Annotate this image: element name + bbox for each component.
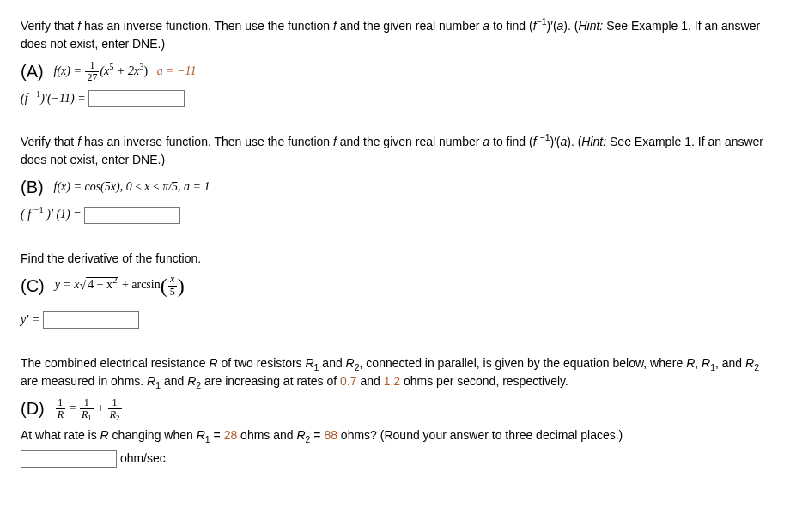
problem-b: Verify that f has an inverse function. T… — [21, 133, 769, 223]
problem-d-answer-row: ohm/sec — [21, 450, 769, 468]
problem-c-function: (C) y = x√4 − x2 + arcsin(x5) — [21, 273, 769, 299]
label-b: (B) — [21, 174, 44, 200]
problem-b-answer-row: ( f −1 )′ (1) = — [21, 205, 769, 223]
answer-input-b[interactable] — [84, 207, 180, 224]
problem-a-function: (A) f(x) = 127(x5 + 2x3) a = −11 — [21, 58, 769, 84]
answer-input-a[interactable] — [88, 90, 185, 107]
problem-d: The combined electrical resistance R of … — [21, 354, 769, 468]
problem-c: Find the derivative of the function. (C)… — [21, 250, 769, 329]
problem-a-answer-row: (f −1)′(−11) = — [21, 89, 769, 107]
problem-d-question: At what rate is R changing when R1 = 28 … — [21, 426, 769, 444]
answer-input-d[interactable] — [21, 450, 117, 468]
problem-c-answer-row: y′ = — [21, 311, 769, 329]
problem-a-intro: Verify that f has an inverse function. T… — [21, 17, 769, 53]
problem-b-intro: Verify that f has an inverse function. T… — [21, 133, 769, 169]
problem-a: Verify that f has an inverse function. T… — [21, 17, 769, 107]
label-d: (D) — [21, 396, 45, 421]
unit-label: ohm/sec — [117, 451, 166, 465]
problem-d-intro: The combined electrical resistance R of … — [21, 354, 769, 390]
problem-c-intro: Find the derivative of the function. — [21, 250, 769, 268]
problem-d-equation: (D) 1R = 1R1 + 1R2 — [21, 396, 769, 421]
answer-input-c[interactable] — [43, 311, 139, 329]
problem-b-function: (B) f(x) = cos(5x), 0 ≤ x ≤ π/5, a = 1 — [21, 174, 769, 200]
label-a: (A) — [21, 58, 44, 84]
label-c: (C) — [21, 273, 45, 299]
